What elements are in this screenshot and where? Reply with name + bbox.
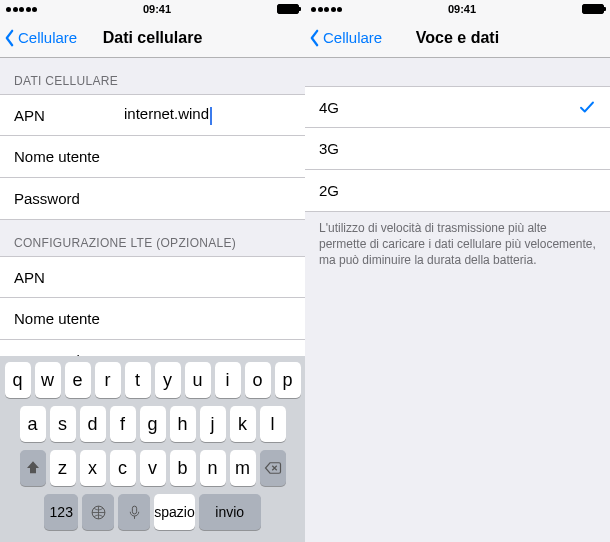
back-label: Cellulare [323,29,382,46]
key-z[interactable]: z [50,450,76,486]
lte-apn-cell[interactable]: APN [0,256,305,298]
field-label: APN [14,269,124,286]
chevron-left-icon [4,29,15,47]
section-header: CONFIGURAZIONE LTE (OPZIONALE) [0,220,305,256]
content: DATI CELLULARE APN internet.wind Nome ut… [0,58,305,356]
key-s[interactable]: s [50,406,76,442]
shift-key[interactable] [20,450,46,486]
keyboard-row: z x c v b n m [3,450,302,486]
field-label: Nome utente [14,148,124,165]
mic-key[interactable] [118,494,150,530]
key-y[interactable]: y [155,362,181,398]
key-i[interactable]: i [215,362,241,398]
key-c[interactable]: c [110,450,136,486]
key-r[interactable]: r [95,362,121,398]
key-v[interactable]: v [140,450,166,486]
globe-key[interactable] [82,494,114,530]
keyboard-row: q w e r t y u i o p [3,362,302,398]
key-m[interactable]: m [230,450,256,486]
key-p[interactable]: p [275,362,301,398]
backspace-key[interactable] [260,450,286,486]
key-o[interactable]: o [245,362,271,398]
option-label: 4G [319,99,339,116]
option-2g[interactable]: 2G [305,170,610,212]
option-label: 2G [319,182,339,199]
text-cursor [210,107,212,125]
back-button[interactable]: Cellulare [309,29,382,47]
nav-bar: Cellulare Voce e dati [305,18,610,58]
key-l[interactable]: l [260,406,286,442]
key-h[interactable]: h [170,406,196,442]
password-cell[interactable]: Password [0,178,305,220]
keyboard-row: 123 spazio invio [3,494,302,530]
option-label: 3G [319,140,339,157]
section-footer: L'utilizzo di velocità di trasmissione p… [305,212,610,275]
phone-right: 09:41 Cellulare Voce e dati 4G 3G 2G L'u… [305,0,610,542]
phone-left: 09:41 Cellulare Dati cellulare DATI CELL… [0,0,305,542]
nav-bar: Cellulare Dati cellulare [0,18,305,58]
return-key[interactable]: invio [199,494,261,530]
key-f[interactable]: f [110,406,136,442]
key-b[interactable]: b [170,450,196,486]
key-g[interactable]: g [140,406,166,442]
option-4g[interactable]: 4G [305,86,610,128]
svg-rect-1 [132,506,136,514]
chevron-left-icon [309,29,320,47]
space-key[interactable]: spazio [154,494,194,530]
back-button[interactable]: Cellulare [4,29,77,47]
apn-cell[interactable]: APN internet.wind [0,94,305,136]
section-header: DATI CELLULARE [0,58,305,94]
key-j[interactable]: j [200,406,226,442]
status-time: 09:41 [448,3,476,15]
key-n[interactable]: n [200,450,226,486]
key-u[interactable]: u [185,362,211,398]
content: 4G 3G 2G L'utilizzo di velocità di trasm… [305,58,610,542]
field-label: Password [14,190,124,207]
status-time: 09:41 [143,3,171,15]
numeric-key[interactable]: 123 [44,494,78,530]
lte-password-cell[interactable]: Password [0,340,305,356]
key-q[interactable]: q [5,362,31,398]
keyboard: q w e r t y u i o p a s d f g h j k l z [0,356,305,542]
signal-dots-icon [311,7,342,12]
key-t[interactable]: t [125,362,151,398]
back-label: Cellulare [18,29,77,46]
status-bar: 09:41 [305,0,610,18]
checkmark-icon [578,98,596,116]
option-3g[interactable]: 3G [305,128,610,170]
key-x[interactable]: x [80,450,106,486]
key-k[interactable]: k [230,406,256,442]
lte-username-cell[interactable]: Nome utente [0,298,305,340]
key-a[interactable]: a [20,406,46,442]
field-label: Nome utente [14,310,124,327]
field-label: APN [14,107,124,124]
signal-dots-icon [6,7,37,12]
key-w[interactable]: w [35,362,61,398]
username-cell[interactable]: Nome utente [0,136,305,178]
battery-icon [277,4,299,14]
key-d[interactable]: d [80,406,106,442]
keyboard-row: a s d f g h j k l [3,406,302,442]
status-bar: 09:41 [0,0,305,18]
key-e[interactable]: e [65,362,91,398]
battery-icon [582,4,604,14]
apn-input[interactable]: internet.wind [124,105,291,124]
